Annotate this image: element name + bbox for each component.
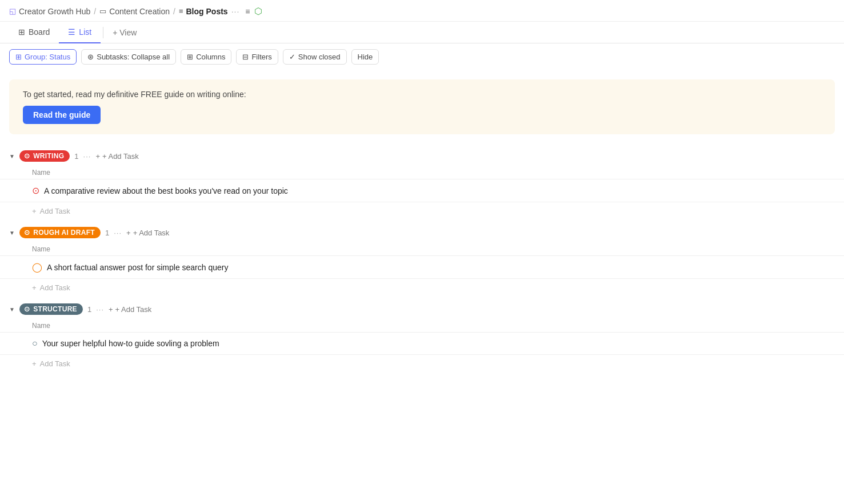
col-header-rough_ai_draft: Name (0, 243, 844, 256)
status-label-structure: STRUCTURE (33, 305, 77, 313)
plus-icon: + (95, 152, 100, 161)
status-label-writing: WRITING (33, 152, 64, 160)
folder-name: Content Creation (109, 7, 170, 16)
show-closed-label: Show closed (298, 53, 341, 61)
status-label-rough_ai_draft: ROUGH AI DRAFT (33, 229, 95, 237)
table-row[interactable]: ○ Your super helpful how-to guide sovlin… (0, 333, 844, 355)
section-structure: ▼ ⊙ STRUCTURE 1 ··· + + Add Task Name ○ … (0, 299, 844, 373)
add-view-label: + View (113, 28, 137, 37)
task-name: Your super helpful how-to guide sovling … (42, 339, 219, 348)
section-writing: ▼ ⊙ WRITING 1 ··· + + Add Task Name ⊙ A … (0, 146, 844, 220)
section-count-writing: 1 (74, 152, 78, 161)
status-badge-rough_ai_draft: ⊙ ROUGH AI DRAFT (19, 227, 101, 238)
plus-icon: + (109, 305, 113, 314)
section-more-rough_ai_draft[interactable]: ··· (114, 229, 122, 237)
read-guide-button[interactable]: Read the guide (23, 106, 101, 124)
add-task-inline-label: Add Task (40, 207, 70, 215)
status-badge-structure: ⊙ STRUCTURE (19, 303, 83, 315)
board-icon: ⊞ (18, 27, 25, 37)
table-row[interactable]: ◯ A short factual answer post for simple… (0, 256, 844, 279)
table-row[interactable]: ⊙ A comparative review about the best bo… (0, 179, 844, 202)
filter-lines-icon[interactable]: ≡ (245, 7, 250, 16)
tab-divider (103, 27, 103, 38)
chevron-down-icon: ▼ (9, 230, 15, 236)
promo-banner: To get started, read my definitive FREE … (9, 79, 835, 134)
status-icon-writing: ⊙ (24, 152, 30, 160)
col-header-writing: Name (0, 166, 844, 179)
tab-list[interactable]: ☰ List (59, 22, 101, 43)
breadcrumb: ◱ Creator Growth Hub / ▭ Content Creatio… (0, 0, 844, 22)
breadcrumb-sep2: / (173, 7, 175, 16)
section-count-rough_ai_draft: 1 (105, 229, 109, 237)
add-task-label-structure: + Add Task (115, 305, 152, 314)
breadcrumb-current[interactable]: ≡ Blog Posts (179, 7, 228, 16)
section-add-task-rough_ai_draft[interactable]: + + Add Task (126, 229, 169, 237)
tab-list-label: List (79, 27, 91, 37)
section-rough_ai_draft: ▼ ⊙ ROUGH AI DRAFT 1 ··· + + Add Task Na… (0, 222, 844, 297)
chevron-down-icon: ▼ (9, 306, 15, 313)
workspace-icon: ◱ (9, 7, 16, 15)
breadcrumb-actions: ≡ ⬡ (245, 6, 262, 17)
section-add-task-writing[interactable]: + + Add Task (95, 152, 138, 161)
hide-label: Hide (358, 53, 373, 61)
subtasks-label: Subtasks: Collapse all (97, 53, 170, 61)
status-badge-writing: ⊙ WRITING (19, 150, 70, 162)
plus-icon: + (32, 283, 37, 292)
inline-add-task-writing[interactable]: + Add Task (0, 202, 844, 220)
add-task-label-writing: + Add Task (102, 152, 139, 161)
breadcrumb-folder[interactable]: ▭ Content Creation (99, 7, 170, 16)
list-icon: ≡ (179, 7, 183, 15)
breadcrumb-workspace[interactable]: ◱ Creator Growth Hub (9, 7, 90, 16)
group-status-button[interactable]: ⊞ Group: Status (9, 49, 77, 65)
chevron-down-icon: ▼ (9, 153, 15, 159)
status-icon-rough_ai_draft: ⊙ (24, 229, 30, 237)
plus-icon: + (32, 207, 37, 215)
columns-label: Columns (196, 53, 225, 61)
workspace-name: Creator Growth Hub (19, 7, 90, 16)
group-icon: ⊞ (15, 53, 22, 61)
subtasks-button[interactable]: ⊛ Subtasks: Collapse all (81, 49, 176, 65)
tab-board[interactable]: ⊞ Board (9, 22, 59, 43)
banner-text: To get started, read my definitive FREE … (23, 90, 821, 99)
task-name: A comparative review about the best book… (44, 186, 288, 195)
inline-add-task-structure[interactable]: + Add Task (0, 355, 844, 373)
filters-label: Filters (251, 53, 271, 61)
inline-add-task-rough_ai_draft[interactable]: + Add Task (0, 279, 844, 297)
folder-icon: ▭ (99, 7, 106, 15)
columns-icon: ⊞ (187, 53, 193, 61)
add-task-label-rough_ai_draft: + Add Task (133, 229, 170, 237)
status-icon-structure: ⊙ (24, 305, 30, 313)
current-page-name: Blog Posts (186, 7, 228, 16)
section-header-writing[interactable]: ▼ ⊙ WRITING 1 ··· + + Add Task (0, 146, 844, 166)
add-view-button[interactable]: + View (106, 22, 143, 43)
section-count-structure: 1 (87, 305, 91, 314)
filter-icon: ⊟ (242, 53, 249, 61)
breadcrumb-sep1: / (94, 7, 96, 16)
view-tabs: ⊞ Board ☰ List + View (0, 22, 844, 43)
section-add-task-structure[interactable]: + + Add Task (109, 305, 151, 314)
task-status-icon: ○ (32, 338, 38, 349)
add-task-inline-label: Add Task (40, 359, 70, 368)
hide-button[interactable]: Hide (351, 49, 379, 65)
tab-board-label: Board (29, 27, 50, 37)
show-closed-button[interactable]: ✓ Show closed (283, 49, 347, 65)
section-header-rough_ai_draft[interactable]: ▼ ⊙ ROUGH AI DRAFT 1 ··· + + Add Task (0, 222, 844, 243)
toolbar: ⊞ Group: Status ⊛ Subtasks: Collapse all… (0, 43, 844, 70)
columns-button[interactable]: ⊞ Columns (181, 49, 231, 65)
subtasks-icon: ⊛ (87, 53, 94, 61)
task-name: A short factual answer post for simple s… (47, 263, 228, 272)
breadcrumb-more-button[interactable]: ··· (231, 7, 240, 16)
tomato-icon[interactable]: ⬡ (254, 6, 262, 17)
check-circle-icon: ✓ (289, 53, 295, 61)
section-header-structure[interactable]: ▼ ⊙ STRUCTURE 1 ··· + + Add Task (0, 299, 844, 319)
plus-icon: + (126, 229, 131, 237)
section-more-structure[interactable]: ··· (96, 305, 104, 314)
list-lines-icon: ☰ (68, 27, 75, 37)
section-more-writing[interactable]: ··· (83, 152, 91, 161)
plus-icon: + (32, 359, 37, 368)
sections-container: ▼ ⊙ WRITING 1 ··· + + Add Task Name ⊙ A … (0, 146, 844, 373)
add-task-inline-label: Add Task (40, 283, 70, 292)
task-status-icon: ⊙ (32, 185, 39, 196)
group-status-label: Group: Status (25, 53, 70, 61)
filters-button[interactable]: ⊟ Filters (236, 49, 278, 65)
